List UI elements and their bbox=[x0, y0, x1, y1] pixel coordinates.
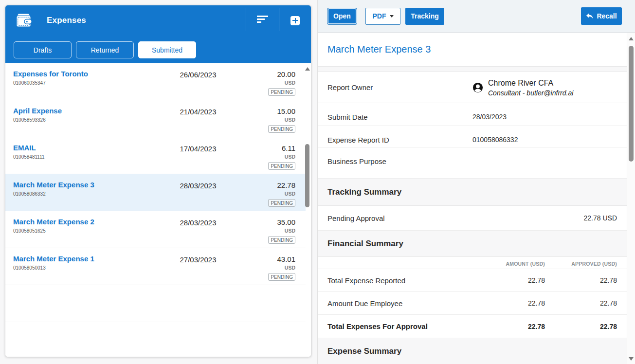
tracking-summary-band: Tracking Summary bbox=[318, 179, 627, 206]
report-id: 010060035347 bbox=[13, 80, 306, 86]
pdf-label: PDF bbox=[373, 12, 386, 20]
report-date: 28/03/2023 bbox=[149, 182, 247, 190]
report-title-block: March Meter Expense 3 bbox=[318, 33, 627, 67]
sort-icon bbox=[257, 16, 268, 23]
report-amount-block: 22.78 USD PENDING bbox=[268, 182, 295, 207]
report-date: 28/03/2023 bbox=[149, 218, 247, 227]
report-owner-value: Chrome River CFA Consultant - butler@inf… bbox=[472, 78, 573, 97]
scroll-up-icon[interactable] bbox=[305, 67, 310, 71]
report-detail-panel: Open PDF Tracking Recall March Meter Exp… bbox=[317, 0, 635, 364]
financial-row-approved: 22.78 bbox=[545, 299, 617, 307]
report-date: 21/04/2023 bbox=[149, 108, 247, 116]
tracking-button[interactable]: Tracking bbox=[405, 8, 444, 25]
expense-report-row[interactable]: March Meter Expense 2 010058051625 28/03… bbox=[5, 211, 306, 248]
report-currency: USD bbox=[268, 191, 295, 197]
financial-summary-heading: Financial Summary bbox=[327, 239, 403, 249]
avatar-icon bbox=[472, 82, 483, 93]
panel-title: Expenses bbox=[47, 16, 86, 25]
report-field-row: Business Purpose bbox=[318, 147, 627, 179]
reply-arrow-icon bbox=[586, 13, 593, 19]
empty-row bbox=[5, 285, 306, 322]
field-label: Business Purpose bbox=[327, 157, 472, 165]
tracking-summary-row: Pending Approval 22.78 USD bbox=[318, 206, 627, 231]
report-date: 26/06/2023 bbox=[149, 71, 247, 79]
field-label: Expense Report ID bbox=[327, 136, 472, 144]
sort-button[interactable] bbox=[246, 5, 279, 36]
report-date: 27/03/2023 bbox=[149, 255, 247, 264]
report-status-badge: PENDING bbox=[268, 273, 295, 281]
report-currency: USD bbox=[268, 117, 295, 123]
report-title: March Meter Expense 3 bbox=[327, 44, 431, 55]
report-currency: USD bbox=[268, 154, 295, 160]
report-amount-block: 35.00 USD PENDING bbox=[268, 218, 295, 244]
tracking-summary-heading: Tracking Summary bbox=[327, 187, 401, 197]
financial-row-label: Amount Due Employee bbox=[327, 299, 472, 308]
open-button[interactable]: Open bbox=[327, 8, 357, 25]
expenses-header: Expenses Drafts Returned Submitted bbox=[5, 5, 311, 63]
financial-summary-row: Total Expenses For Approval 22.78 22.78 bbox=[318, 315, 627, 338]
expense-report-row[interactable]: April Expense 010058593326 21/04/2023 15… bbox=[5, 100, 306, 137]
report-id: 010058051625 bbox=[13, 228, 306, 234]
expenses-tab[interactable]: Drafts bbox=[14, 41, 72, 58]
report-amount: 15.00 bbox=[268, 108, 295, 115]
expense-summary-heading: Expense Summary bbox=[327, 346, 401, 356]
expense-report-row[interactable]: March Meter Expense 1 010058050013 27/03… bbox=[5, 248, 306, 285]
owner-text: Chrome River CFA Consultant - butler@inf… bbox=[488, 78, 573, 97]
scrollbar-thumb[interactable] bbox=[305, 144, 309, 207]
report-status-badge: PENDING bbox=[268, 236, 295, 244]
report-currency: USD bbox=[268, 80, 295, 86]
caret-down-icon bbox=[390, 15, 394, 18]
report-amount: 35.00 bbox=[268, 218, 295, 226]
expense-report-row[interactable]: EMAIL 010058481111 17/04/2023 6.11 USD P… bbox=[5, 137, 306, 174]
tracking-summary-rows: Pending Approval 22.78 USD bbox=[318, 206, 627, 231]
report-field-row: Expense Report ID 010058086332 bbox=[318, 126, 627, 147]
scroll-down-icon[interactable] bbox=[629, 357, 634, 361]
detail-scrollbar[interactable] bbox=[627, 33, 635, 364]
field-label: Submit Date bbox=[327, 113, 472, 121]
financial-summary-row: Total Expense Reported 22.78 22.78 bbox=[318, 269, 627, 292]
financial-summary-band: Financial Summary bbox=[318, 231, 627, 257]
owner-subtitle: Consultant - butler@infrrd.ai bbox=[488, 89, 573, 97]
field-label: Report Owner bbox=[327, 83, 472, 91]
expenses-tab[interactable]: Returned bbox=[76, 41, 134, 58]
financial-row-label: Total Expense Reported bbox=[327, 276, 472, 285]
expenses-panel: Expenses Drafts Returned Submitted bbox=[5, 5, 311, 357]
report-amount: 20.00 bbox=[268, 71, 295, 78]
report-amount: 43.01 bbox=[268, 255, 295, 263]
expense-report-list: Expenses for Toronto 010060035347 26/06/… bbox=[5, 63, 311, 357]
expenses-tabs: Drafts Returned Submitted bbox=[5, 41, 311, 58]
financial-summary-rows: Total Expense Reported 22.78 22.78 Amoun… bbox=[318, 269, 627, 338]
report-detail: March Meter Expense 3 Report Owner Chrom… bbox=[318, 33, 635, 364]
plus-icon bbox=[290, 16, 300, 25]
financial-row-label: Total Expenses For Approval bbox=[327, 322, 472, 330]
report-id: 010058050013 bbox=[13, 265, 306, 271]
add-expense-button[interactable] bbox=[279, 5, 311, 36]
recall-button[interactable]: Recall bbox=[581, 7, 622, 25]
financial-columns-header: AMOUNT (USD) APPROVED (USD) bbox=[318, 257, 627, 269]
report-status-badge: PENDING bbox=[268, 162, 295, 170]
expense-report-row[interactable]: Expenses for Toronto 010060035347 26/06/… bbox=[5, 63, 306, 100]
report-currency: USD bbox=[268, 265, 295, 271]
approved-column-header: APPROVED (USD) bbox=[545, 261, 617, 267]
report-detail-content: March Meter Expense 3 Report Owner Chrom… bbox=[318, 33, 627, 364]
scrollbar-thumb[interactable] bbox=[629, 46, 634, 162]
recall-label: Recall bbox=[597, 12, 617, 20]
report-status-badge: PENDING bbox=[268, 88, 295, 96]
report-status-badge: PENDING bbox=[268, 125, 295, 133]
report-amount: 6.11 bbox=[268, 145, 295, 152]
wallet-icon bbox=[16, 12, 32, 29]
tracking-row-value: 22.78 USD bbox=[584, 214, 617, 222]
report-amount-block: 15.00 USD PENDING bbox=[268, 108, 295, 133]
list-scrollbar[interactable] bbox=[305, 63, 310, 357]
report-amount-block: 6.11 USD PENDING bbox=[268, 145, 295, 170]
financial-row-amount: 22.78 bbox=[472, 323, 545, 330]
report-date: 17/04/2023 bbox=[149, 145, 247, 153]
pdf-dropdown-button[interactable]: PDF bbox=[365, 8, 400, 25]
section-gap bbox=[318, 67, 627, 72]
report-id: 010058481111 bbox=[13, 154, 306, 160]
financial-row-amount: 22.78 bbox=[472, 276, 545, 284]
scroll-up-icon[interactable] bbox=[629, 37, 634, 40]
expenses-tab[interactable]: Submitted bbox=[138, 41, 196, 58]
expense-report-row[interactable]: March Meter Expense 3 010058086332 28/03… bbox=[5, 174, 306, 211]
tracking-row-label: Pending Approval bbox=[327, 214, 584, 222]
